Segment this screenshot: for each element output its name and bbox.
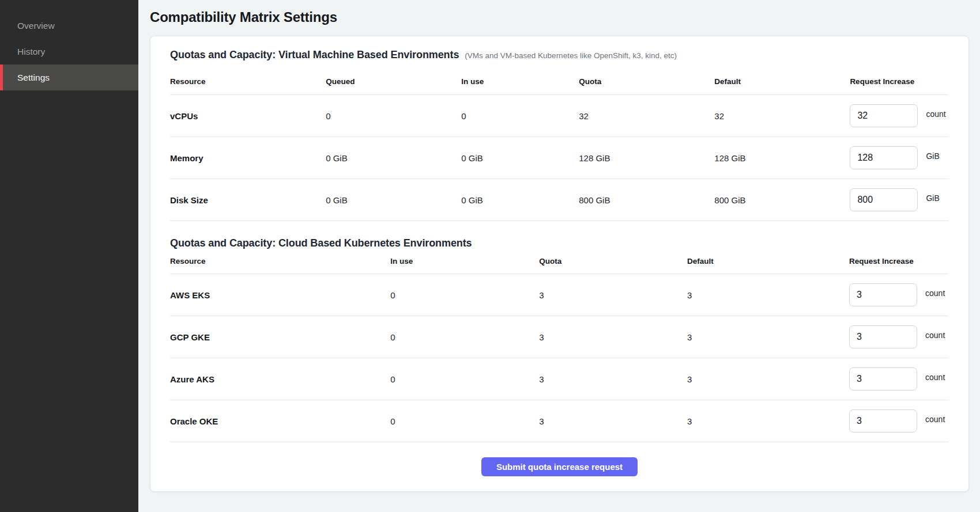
cell-queued: 0 GiB [326, 179, 461, 221]
cell-in-use: 0 [390, 400, 539, 442]
cell-default: 32 [714, 95, 850, 137]
sidebar-item-settings[interactable]: Settings [0, 65, 138, 90]
oracle-oke-request-input[interactable] [849, 409, 917, 433]
cell-queued: 0 GiB [326, 137, 461, 179]
unit-label: GiB [926, 151, 939, 161]
cell-in-use: 0 [390, 358, 539, 400]
cell-resource: vCPUs [170, 95, 326, 137]
cloud-section-title: Quotas and Capacity: Cloud Based Kuberne… [170, 237, 949, 249]
submit-quota-button[interactable]: Submit quota increase request [481, 457, 638, 476]
table-row: Azure AKS 0 3 3 count [170, 358, 949, 400]
cell-default: 800 GiB [714, 179, 850, 221]
table-row: AWS EKS 0 3 3 count [170, 274, 949, 316]
cell-default: 3 [687, 358, 849, 400]
unit-label: count [925, 415, 945, 424]
cell-resource: Memory [170, 137, 326, 179]
col-header-in-use: In use [390, 249, 539, 274]
request-increase-control: count [849, 367, 949, 390]
cell-default: 3 [687, 400, 849, 442]
vm-section-subtitle: (VMs and VM-based Kubernetes like OpenSh… [465, 51, 677, 60]
gcp-gke-request-input[interactable] [849, 325, 917, 348]
vm-section-header: Quotas and Capacity: Virtual Machine Bas… [170, 49, 949, 61]
cell-in-use: 0 [461, 95, 579, 137]
vm-table-header-row: Resource Queued In use Quota Default Req… [170, 61, 949, 95]
col-header-resource: Resource [170, 249, 390, 274]
sidebar-item-label: History [17, 47, 45, 57]
cell-default: 3 [687, 274, 849, 316]
table-row: vCPUs 0 0 32 32 count [170, 95, 949, 137]
col-header-in-use: In use [461, 61, 579, 95]
table-row: Oracle OKE 0 3 3 count [170, 400, 949, 442]
table-row: Memory 0 GiB 0 GiB 128 GiB 128 GiB GiB [170, 137, 949, 179]
cell-queued: 0 [326, 95, 461, 137]
vm-section-title: Quotas and Capacity: Virtual Machine Bas… [170, 49, 459, 61]
col-header-default: Default [714, 61, 850, 95]
cell-quota: 32 [579, 95, 714, 137]
cell-quota: 3 [539, 316, 687, 358]
cell-resource: AWS EKS [170, 274, 390, 316]
submit-button-row: Submit quota increase request [170, 442, 949, 480]
cell-resource: Oracle OKE [170, 400, 390, 442]
request-increase-control: GiB [850, 188, 949, 211]
cell-resource: Azure AKS [170, 358, 390, 400]
unit-label: count [925, 289, 945, 298]
cell-quota: 800 GiB [579, 179, 714, 221]
vm-quota-table: Resource Queued In use Quota Default Req… [170, 61, 949, 221]
cell-quota: 3 [539, 400, 687, 442]
sidebar-item-label: Settings [17, 73, 50, 83]
disk-size-request-input[interactable] [850, 188, 918, 211]
col-header-quota: Quota [539, 249, 687, 274]
cell-in-use: 0 GiB [461, 179, 579, 221]
unit-label: count [925, 373, 945, 382]
sidebar-item-history[interactable]: History [0, 39, 138, 65]
table-row: GCP GKE 0 3 3 count [170, 316, 949, 358]
table-row: Disk Size 0 GiB 0 GiB 800 GiB 800 GiB Gi… [170, 179, 949, 221]
cell-default: 3 [687, 316, 849, 358]
unit-label: GiB [926, 194, 939, 203]
cell-resource: Disk Size [170, 179, 326, 221]
cell-quota: 3 [539, 358, 687, 400]
azure-aks-request-input[interactable] [849, 367, 917, 390]
col-header-quota: Quota [579, 61, 714, 95]
sidebar-item-label: Overview [17, 21, 55, 31]
cloud-quota-table: Resource In use Quota Default Request In… [170, 249, 949, 442]
sidebar-item-overview[interactable]: Overview [0, 13, 138, 39]
cell-in-use: 0 [390, 274, 539, 316]
col-header-request-increase: Request Increase [849, 249, 949, 274]
cloud-table-header-row: Resource In use Quota Default Request In… [170, 249, 949, 274]
unit-label: count [926, 109, 945, 119]
aws-eks-request-input[interactable] [849, 283, 917, 306]
request-increase-control: count [850, 104, 949, 127]
cell-in-use: 0 GiB [461, 137, 579, 179]
cell-default: 128 GiB [714, 137, 850, 179]
sidebar: Overview History Settings [0, 0, 138, 512]
page-title: Compatibility Matrix Settings [150, 9, 969, 25]
request-increase-control: count [849, 283, 949, 306]
memory-request-input[interactable] [850, 146, 918, 169]
col-header-request-increase: Request Increase [850, 61, 949, 95]
main-content: Compatibility Matrix Settings Quotas and… [138, 0, 980, 512]
col-header-resource: Resource [170, 61, 326, 95]
vcpus-request-input[interactable] [850, 104, 918, 127]
col-header-default: Default [687, 249, 849, 274]
request-increase-control: GiB [850, 146, 949, 169]
request-increase-control: count [849, 325, 949, 348]
settings-card: Quotas and Capacity: Virtual Machine Bas… [150, 36, 969, 492]
cell-resource: GCP GKE [170, 316, 390, 358]
request-increase-control: count [849, 409, 949, 433]
cell-quota: 3 [539, 274, 687, 316]
active-indicator [0, 65, 3, 90]
col-header-queued: Queued [326, 61, 461, 95]
cell-in-use: 0 [390, 316, 539, 358]
unit-label: count [925, 331, 945, 340]
cell-quota: 128 GiB [579, 137, 714, 179]
